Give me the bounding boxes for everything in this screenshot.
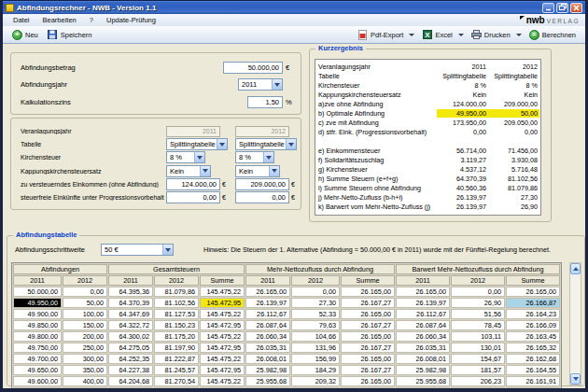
restore-button[interactable] <box>556 3 568 13</box>
kalkulationszins-input[interactable]: 1,50 <box>247 96 283 108</box>
table-cell[interactable]: 100,00 <box>63 309 107 319</box>
table-cell[interactable]: 154,67 <box>451 354 505 364</box>
table-cell[interactable]: 26.163,77 <box>506 387 560 392</box>
close-button[interactable] <box>570 3 582 13</box>
table-cell[interactable]: 181,57 <box>451 365 505 375</box>
table-cell[interactable]: 49.700,00 <box>13 354 62 364</box>
titlebar[interactable]: Abfindungsrechner - NWB - Version 1.1 <box>3 0 585 14</box>
param-select[interactable]: Splittingtabelle <box>166 138 228 150</box>
menu-item-updateprfung[interactable]: Update-Prüfung <box>100 16 162 24</box>
excel-button[interactable]: X Excel <box>417 28 456 42</box>
table-cell[interactable]: 79,63 <box>291 320 340 330</box>
table-cell[interactable]: 78,45 <box>451 320 505 330</box>
table-cell[interactable]: 26.035,31 <box>396 343 450 353</box>
table-cell[interactable]: 50,00 <box>63 298 107 308</box>
scroll-down-icon[interactable] <box>570 373 581 385</box>
minimize-button[interactable] <box>542 3 554 13</box>
table-cell[interactable]: 25.930,65 <box>396 387 450 392</box>
table-cell[interactable]: 26.165,32 <box>506 343 560 353</box>
table-cell[interactable]: 26.139,97 <box>396 298 450 308</box>
table-cell[interactable]: 25.982,98 <box>396 365 450 375</box>
param-select[interactable]: Kein <box>166 165 211 177</box>
table-cell[interactable]: 26.162,68 <box>506 354 560 364</box>
chevron-down-icon[interactable] <box>263 152 273 162</box>
table-cell[interactable]: 0,00 <box>451 287 505 297</box>
table-cell[interactable]: 50.000,00 <box>13 287 62 297</box>
table-cell[interactable]: 145.475,22 <box>200 376 245 386</box>
table-cell[interactable]: 145.472,95 <box>200 320 245 330</box>
table-cell[interactable]: 26.165,00 <box>341 287 395 297</box>
table-cell[interactable]: 26.167,27 <box>341 343 395 353</box>
menu-item-bearbeiten[interactable]: Bearbeiten <box>36 16 83 24</box>
table-cell[interactable]: 64.204,68 <box>108 376 153 386</box>
table-cell[interactable]: 49.650,00 <box>13 365 62 375</box>
abfindungsbetrag-input[interactable]: 50.000,00 <box>223 62 283 74</box>
table-cell[interactable]: 26.165,00 <box>506 287 560 297</box>
table-cell[interactable]: 81.127,53 <box>154 309 199 319</box>
table-scrollbar[interactable] <box>569 262 581 385</box>
chevron-down-icon[interactable] <box>217 139 227 149</box>
param-select[interactable]: Splittingtabelle <box>235 138 297 150</box>
table-cell[interactable]: 26.167,27 <box>341 387 395 392</box>
table-cell[interactable]: 64.300,02 <box>108 331 153 342</box>
table-cell[interactable]: 400,00 <box>63 376 107 386</box>
pdf-export-button[interactable]: Pdf-Export <box>353 28 408 42</box>
table-cell[interactable]: 81.102,56 <box>154 298 199 308</box>
table-cell[interactable]: 49.550,00 <box>13 387 62 392</box>
scroll-up-icon[interactable] <box>570 263 581 274</box>
table-cell[interactable]: 145.472,95 <box>200 365 245 375</box>
table-cell[interactable]: 0,00 <box>63 287 107 297</box>
table-cell[interactable]: 145.472,95 <box>200 298 245 308</box>
table-cell[interactable]: 26.165,00 <box>341 376 395 386</box>
table-cell[interactable]: 81.150,23 <box>154 320 199 330</box>
table-cell[interactable]: 26.167,27 <box>341 298 395 308</box>
table-cell[interactable]: 350,00 <box>63 365 107 375</box>
table-cell[interactable]: 131,96 <box>291 343 340 353</box>
table-cell[interactable]: 250,00 <box>63 343 107 353</box>
table-cell[interactable]: 64.347,69 <box>108 309 153 319</box>
table-cell[interactable]: 64.227,38 <box>108 365 153 375</box>
param-input[interactable]: 0,00 <box>235 191 289 203</box>
table-cell[interactable]: 0,00 <box>291 287 340 297</box>
table-cell[interactable]: 64.179,71 <box>108 387 153 392</box>
table-cell[interactable]: 156,99 <box>291 354 340 364</box>
table-cell[interactable]: 145.472,95 <box>200 387 245 392</box>
save-button[interactable]: Speichern <box>43 28 97 42</box>
table-cell[interactable]: 145.472,95 <box>200 343 245 353</box>
table-cell[interactable]: 103,11 <box>451 331 505 342</box>
table-cell[interactable]: 64.370,39 <box>108 298 153 308</box>
table-cell[interactable]: 49.800,00 <box>13 331 62 342</box>
chevron-down-icon[interactable] <box>286 139 296 149</box>
table-cell[interactable]: 49.950,00 <box>13 298 62 308</box>
table-cell[interactable]: 26.112,67 <box>245 309 290 319</box>
table-cell[interactable]: 300,00 <box>63 354 107 364</box>
table-cell[interactable]: 26.165,00 <box>341 309 395 319</box>
print-button[interactable]: Drucken <box>467 28 515 42</box>
table-cell[interactable]: 26.035,31 <box>245 343 290 353</box>
print-dropdown-icon[interactable] <box>516 34 522 36</box>
table-cell[interactable]: 81.222,87 <box>154 354 199 364</box>
table-cell[interactable]: 26.166,87 <box>506 298 560 308</box>
table-cell[interactable]: 236,62 <box>291 387 340 392</box>
pdf-export-dropdown-icon[interactable] <box>409 34 414 36</box>
table-cell[interactable]: 26.165,00 <box>245 287 290 297</box>
table-cell[interactable]: 64.395,36 <box>108 287 153 297</box>
table-cell[interactable]: 104,66 <box>291 331 340 342</box>
table-cell[interactable]: 26.164,55 <box>506 365 560 375</box>
menu-item-?[interactable]: ? <box>83 16 100 24</box>
table-cell[interactable]: 51,56 <box>451 309 505 319</box>
table-cell[interactable]: 209,32 <box>291 376 340 386</box>
table-cell[interactable]: 26.167,27 <box>341 320 395 330</box>
param-input[interactable]: 209.000,00 <box>235 178 289 190</box>
table-cell[interactable]: 26.087,64 <box>396 320 450 330</box>
table-cell[interactable]: 145.475,22 <box>200 354 245 364</box>
table-cell[interactable]: 26.166,09 <box>506 320 560 330</box>
menu-item-datei[interactable]: Datei <box>7 16 36 24</box>
table-cell[interactable]: 81.175,20 <box>154 331 199 342</box>
table-cell[interactable]: 26.163,45 <box>506 331 560 342</box>
table-cell[interactable]: 81.293,24 <box>154 387 199 392</box>
table-cell[interactable]: 81.270,54 <box>154 376 199 386</box>
table-cell[interactable]: 81.197,90 <box>154 343 199 353</box>
table-cell[interactable]: 81.245,57 <box>154 365 199 375</box>
table-cell[interactable]: 27,30 <box>291 298 340 308</box>
